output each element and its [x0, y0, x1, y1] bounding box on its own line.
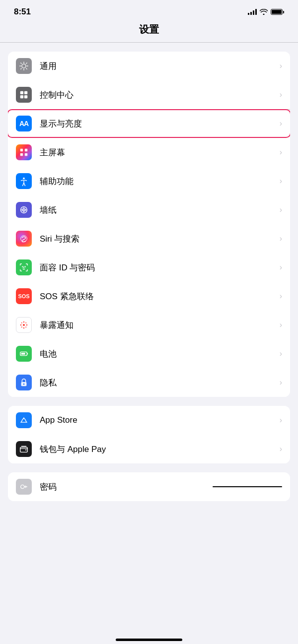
- settings-row-siri[interactable]: Siri 与搜索 ›: [8, 224, 290, 253]
- settings-row-exposure[interactable]: 暴露通知 ›: [8, 311, 290, 339]
- wallet-label: 钱包与 Apple Pay: [40, 444, 280, 455]
- svg-rect-0: [20, 91, 23, 94]
- settings-row-battery[interactable]: 电池 ›: [8, 339, 290, 368]
- svg-rect-2: [20, 95, 23, 98]
- svg-point-14: [20, 324, 21, 325]
- svg-point-13: [23, 327, 24, 328]
- svg-rect-4: [20, 149, 23, 151]
- appstore-icon: [16, 412, 32, 428]
- sos-icon: SOS: [16, 288, 32, 304]
- exposure-label: 暴露通知: [40, 320, 280, 331]
- home-screen-icon: [16, 144, 32, 160]
- svg-rect-21: [27, 353, 28, 355]
- signal-icon: [248, 9, 257, 15]
- privacy-label: 隐私: [40, 377, 280, 388]
- svg-point-16: [21, 322, 22, 323]
- faceid-label: 面容 ID 与密码: [40, 262, 280, 273]
- settings-row-home-screen[interactable]: 主屏幕 ›: [8, 138, 290, 167]
- settings-row-wallet[interactable]: 钱包与 Apple Pay ›: [8, 435, 290, 463]
- svg-rect-7: [25, 153, 27, 156]
- home-screen-chevron: ›: [280, 148, 282, 157]
- svg-rect-1: [24, 91, 27, 94]
- faceid-chevron: ›: [280, 263, 282, 272]
- accessibility-chevron: ›: [280, 177, 282, 186]
- svg-point-12: [23, 322, 24, 322]
- svg-point-17: [25, 326, 26, 327]
- siri-label: Siri 与搜索: [40, 233, 280, 245]
- appstore-label: App Store: [40, 415, 280, 425]
- svg-rect-5: [25, 149, 27, 151]
- status-time: 8:51: [14, 7, 31, 17]
- siri-chevron: ›: [280, 234, 282, 243]
- settings-section-passwords: 密码: [8, 472, 290, 501]
- settings-row-sos[interactable]: SOS SOS 紧急联络 ›: [8, 282, 290, 311]
- status-bar: 8:51: [0, 0, 298, 21]
- home-indicator: [0, 635, 298, 644]
- battery-status-icon: [271, 9, 284, 15]
- wallet-chevron: ›: [280, 445, 282, 453]
- settings-row-wallpaper[interactable]: 墙纸 ›: [8, 195, 290, 224]
- status-icons: [248, 9, 284, 15]
- svg-point-15: [26, 324, 27, 325]
- accessibility-icon: [16, 173, 32, 189]
- privacy-icon: [16, 375, 32, 390]
- general-chevron: ›: [280, 62, 282, 70]
- page-title-bar: 设置: [0, 21, 298, 42]
- home-screen-label: 主屏幕: [40, 147, 280, 158]
- siri-icon: [16, 231, 32, 247]
- display-icon: AA: [16, 116, 32, 131]
- general-icon: [16, 58, 32, 74]
- exposure-chevron: ›: [280, 321, 282, 329]
- settings-row-accessibility[interactable]: 辅助功能 ›: [8, 167, 290, 195]
- control-center-icon: [16, 87, 32, 103]
- svg-rect-26: [25, 450, 27, 451]
- sos-label: SOS 紧急联络: [40, 291, 280, 302]
- accessibility-label: 辅助功能: [40, 176, 280, 187]
- svg-rect-3: [24, 95, 27, 98]
- settings-row-passwords[interactable]: 密码: [8, 472, 290, 501]
- home-bar: [116, 639, 182, 641]
- wallpaper-label: 墙纸: [40, 204, 280, 216]
- settings-section-main: 通用 › 控制中心 › AA 显示与亮度 ›: [8, 52, 290, 397]
- faceid-icon: [16, 259, 32, 275]
- settings-row-faceid[interactable]: 面容 ID 与密码 ›: [8, 253, 290, 282]
- control-center-label: 控制中心: [40, 89, 280, 101]
- general-label: 通用: [40, 61, 280, 72]
- settings-section-apps: App Store › 钱包与 Apple Pay ›: [8, 406, 290, 463]
- passwords-icon: [16, 479, 32, 495]
- settings-row-general[interactable]: 通用 ›: [8, 52, 290, 80]
- svg-point-11: [23, 324, 25, 326]
- settings-row-control-center[interactable]: 控制中心 ›: [8, 80, 290, 109]
- display-label: 显示与亮度: [40, 118, 280, 129]
- svg-point-19: [25, 322, 26, 323]
- settings-row-appstore[interactable]: App Store ›: [8, 406, 290, 435]
- privacy-chevron: ›: [280, 378, 282, 387]
- settings-row-display[interactable]: AA 显示与亮度 ›: [8, 109, 290, 138]
- display-chevron: ›: [280, 119, 282, 128]
- wallet-icon: [16, 441, 32, 457]
- sos-chevron: ›: [280, 292, 282, 301]
- svg-point-18: [21, 326, 22, 327]
- page-title: 设置: [139, 24, 159, 35]
- battery-label: 电池: [40, 348, 280, 360]
- wifi-icon: [260, 9, 268, 15]
- svg-rect-6: [20, 153, 23, 156]
- passwords-label: 密码: [40, 481, 213, 493]
- top-divider: [0, 42, 298, 43]
- svg-rect-22: [21, 353, 25, 355]
- svg-point-27: [21, 485, 24, 488]
- appstore-chevron: ›: [280, 416, 282, 425]
- svg-point-24: [23, 384, 25, 385]
- control-center-chevron: ›: [280, 90, 282, 99]
- battery-chevron: ›: [280, 349, 282, 358]
- wallpaper-icon: [16, 202, 32, 218]
- battery-icon: [16, 346, 32, 362]
- settings-row-privacy[interactable]: 隐私 ›: [8, 368, 290, 397]
- svg-point-8: [23, 178, 25, 180]
- exposure-icon: [16, 317, 32, 333]
- wallpaper-chevron: ›: [280, 205, 282, 214]
